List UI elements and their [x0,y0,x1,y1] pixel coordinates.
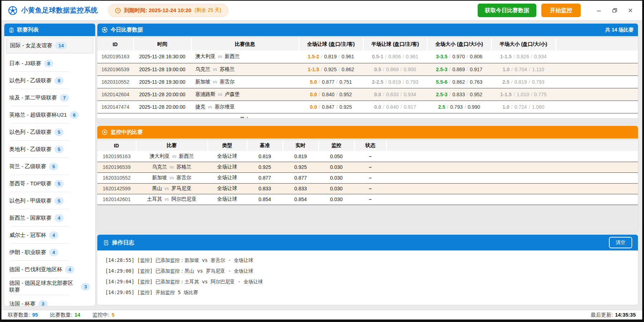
league-count-badge: 8 [54,77,64,84]
today-match-row[interactable]: 16201951632025-11-28 16:30:00澳大利亚vs新西兰1.… [97,50,638,63]
sidebar-item-league[interactable]: 奥地利 - 乙级联赛5 [4,141,95,158]
sidebar-item-league[interactable]: 法国 - 杯赛3 [4,295,95,306]
league-count-badge: 5 [49,163,58,170]
handicap-value: 0.5 [374,67,381,72]
league-name: 国际 - 女足友谊赛 [10,42,52,49]
odds-value: 1.110 [532,67,544,72]
separator: / [383,92,384,97]
away-team: 罗马尼亚 [171,185,191,191]
vs-label: vs [165,186,169,191]
today-column-header: ID [97,38,133,50]
monitoring-row[interactable]: 1620142601土耳其vs阿尔巴尼亚全场让球0.8540.8540.030– [97,194,638,205]
full-handicap-odds: 0.0/0.840/0.952 [299,88,363,101]
minimize-icon[interactable] [593,4,605,16]
away-team: 卢森堡 [225,91,240,97]
sidebar-item-league[interactable]: 新西兰 - 国家联赛4 [4,209,95,226]
sidebar-item-league[interactable]: 墨西哥 - TDP联赛5 [4,175,95,192]
odds-value: 0.934 [534,54,547,59]
odds-value: 0.840 [386,104,399,110]
restore-icon[interactable] [609,4,621,16]
match-id: 1620142604 [97,88,133,101]
odds-value: 0.819 [514,79,527,85]
sidebar-item-league[interactable]: 德国 - 巴伐利亚地区杯4 [4,261,95,278]
sidebar-item-league[interactable]: 德国 - 德国足球东北部赛区联赛3 [4,278,95,295]
close-icon[interactable] [624,4,636,16]
last-updated-value: 14:35:35 [615,312,636,318]
monitoring-row[interactable]: 1620196539乌克兰vs苏格兰全场让球0.9250.9250.030– [97,162,638,172]
window-controls [593,4,636,16]
vs-label: vs [218,54,222,59]
home-team: 土耳其 [147,196,162,202]
app-title: 小黄鱼足球数据监控系统 [21,6,98,15]
full-overunder-odds: 3-3.5/0.970/0.806 [427,50,491,63]
odds-value: 0.704 [514,67,527,72]
full-overunder-odds: 2.5/0.793/0.990 [427,101,491,113]
monitoring-column-header: 监控 [318,140,354,151]
league-count-badge: 4 [49,249,58,256]
monitoring-row[interactable]: 1620195163澳大利亚vs新西兰全场让球0.8190.8190.050– [97,151,638,162]
separator: / [513,92,515,97]
odds-value: 0.952 [340,92,352,97]
full-handicap-odds: 0.0/0.847/0.925 [299,101,363,113]
sidebar-item-league[interactable]: 以色列 - 甲级联赛5 [4,192,95,209]
sidebar-item-league[interactable]: 以色列 - 乙级联赛8 [4,72,95,89]
separator: / [338,67,340,72]
odds-value: 0.961 [342,54,354,59]
today-match-row[interactable]: 16201474742025-11-28 20:00:00捷克vs塞尔维亚0.0… [97,101,638,113]
half-overunder-odds: 2.5/0.819/0.793 [491,75,556,88]
league-name: 德国 - 巴伐利亚地区杯 [9,266,62,273]
separator: / [467,92,468,97]
notebook-icon [103,240,109,246]
monitoring-header: 监控中的比赛 [97,126,638,138]
today-matches-table: ID时间比赛信息全场让球 (盘口/主/客)半场让球 (盘口/主/客)全场大小 (… [97,38,638,118]
half-overunder-odds: 1-1.5/0.826/0.934 [491,50,556,63]
sidebar-item-league[interactable]: 日本 - J3联赛8 [4,55,95,72]
log-header: 操作日志 清空 [97,235,638,250]
start-monitor-button[interactable]: 开始监控 [541,4,581,17]
sidebar-item-league[interactable]: 国际 - 女足友谊赛14 [6,38,93,53]
vs-label: vs [218,92,222,97]
odds-value: 0.925 [324,67,337,72]
home-team: 捷克 [195,104,205,109]
match-info: 黑山vs罗马尼亚 [191,113,299,118]
separator: / [449,67,451,72]
league-count-badge: 3 [81,283,90,291]
clear-log-button[interactable]: 清空 [609,237,632,248]
sidebar-item-league[interactable]: 伊朗 - 职业联赛4 [4,244,95,261]
sidebar-item-league[interactable]: 荷兰 - 乙级联赛5 [4,158,95,175]
handicap-value: 0.0 [374,104,381,110]
half-overunder-odds: 1-1.5/1.010/0.775 [491,88,556,101]
match-time: 2025-11-28 19:30:00 [133,75,191,88]
separator: / [383,67,384,72]
sidebar-item-league[interactable]: 英格兰 - 超级联赛杯U216 [4,106,95,123]
monitor-match: 澳大利亚vs新西兰 [136,151,208,162]
separator: / [385,54,387,59]
separator: / [531,92,532,97]
league-count-badge: 5 [54,128,64,136]
monitor-base: 0.877 [247,172,283,183]
today-match-row[interactable]: 16201965392025-11-28 19:00:00乌克兰vs苏格兰1-1… [97,63,638,75]
today-match-row[interactable]: 16201426042025-11-28 20:00:00塞浦路斯vs卢森堡0.… [97,88,638,101]
row-filler [386,151,638,162]
today-match-row[interactable]: 16203105522025-11-28 19:30:00新加坡vs塞舌尔5.0… [97,75,638,88]
monitor-status: – [354,172,386,183]
monitor-id: 1620142599 [97,183,136,194]
full-handicap-odds: 1-1.5/0.925/0.862 [299,63,363,75]
log-panel: 操作日志 清空 [14:28:55] [监控] 已添加监控：新加坡 vs 塞舌尔… [97,235,638,305]
fetch-today-button[interactable]: 获取今日比赛数据 [478,4,536,17]
league-count-badge: 5 [54,180,64,187]
league-count-badge: 4 [65,266,74,273]
monitor-base: 0.925 [247,162,283,172]
sidebar-item-league[interactable]: 埃及 - 第二甲级联赛7 [4,89,95,106]
monitoring-count-label: 监控中: [92,312,109,318]
sidebar-item-league[interactable]: 威尔士 - 冠军杯4 [4,226,95,244]
match-count-value: 14 [74,312,80,318]
sidebar-item-league[interactable]: 以色列 - 乙级联赛5 [4,123,95,141]
monitoring-row[interactable]: 1620142599黑山vs罗马尼亚全场让球0.8330.8330.030– [97,183,638,194]
handicap-value: 1-1.5 [500,92,512,97]
separator: / [449,54,451,59]
league-name: 墨西哥 - TDP联赛 [9,180,52,187]
monitoring-row[interactable]: 1620310552新加坡vs塞舌尔全场让球0.8770.8770.030– [97,172,638,183]
separator: / [449,79,451,85]
monitor-threshold: 0.050 [318,151,354,162]
